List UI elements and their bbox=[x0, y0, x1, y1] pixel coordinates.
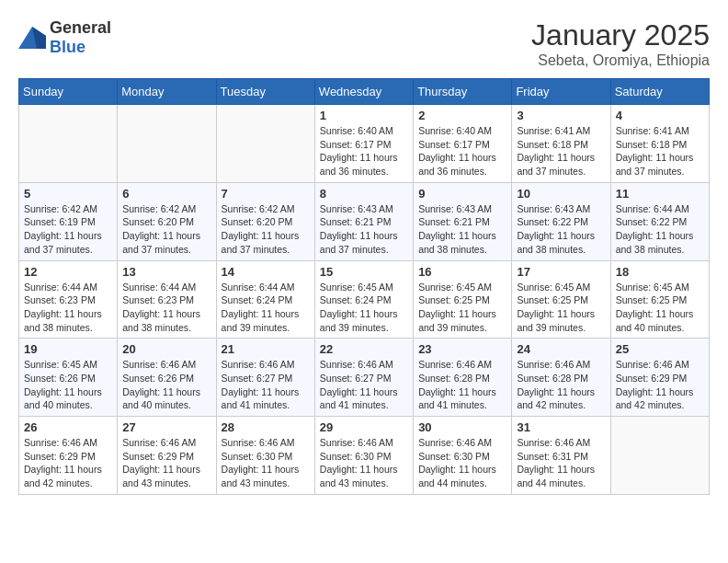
day-number: 11 bbox=[616, 187, 704, 201]
day-number: 31 bbox=[517, 420, 605, 434]
day-cell: 3Sunrise: 6:41 AM Sunset: 6:18 PM Daylig… bbox=[512, 105, 610, 183]
day-number: 5 bbox=[24, 187, 112, 201]
day-info: Sunrise: 6:45 AM Sunset: 6:25 PM Dayligh… bbox=[418, 281, 506, 335]
day-cell bbox=[118, 105, 216, 183]
day-cell: 15Sunrise: 6:45 AM Sunset: 6:24 PM Dayli… bbox=[314, 260, 413, 339]
day-info: Sunrise: 6:45 AM Sunset: 6:26 PM Dayligh… bbox=[24, 358, 112, 412]
day-info: Sunrise: 6:44 AM Sunset: 6:22 PM Dayligh… bbox=[616, 202, 704, 257]
day-cell: 30Sunrise: 6:46 AM Sunset: 6:30 PM Dayli… bbox=[414, 417, 512, 495]
day-number: 25 bbox=[616, 342, 704, 356]
day-cell: 18Sunrise: 6:45 AM Sunset: 6:25 PM Dayli… bbox=[610, 260, 709, 339]
weekday-header-monday: Monday bbox=[118, 79, 216, 105]
day-number: 19 bbox=[24, 342, 112, 356]
day-info: Sunrise: 6:44 AM Sunset: 6:23 PM Dayligh… bbox=[122, 281, 210, 335]
day-cell: 1Sunrise: 6:40 AM Sunset: 6:17 PM Daylig… bbox=[314, 105, 413, 183]
day-info: Sunrise: 6:46 AM Sunset: 6:27 PM Dayligh… bbox=[222, 358, 310, 412]
day-info: Sunrise: 6:46 AM Sunset: 6:31 PM Dayligh… bbox=[517, 436, 605, 490]
day-cell: 13Sunrise: 6:44 AM Sunset: 6:23 PM Dayli… bbox=[118, 260, 216, 339]
weekday-header-tuesday: Tuesday bbox=[216, 79, 314, 105]
day-cell: 22Sunrise: 6:46 AM Sunset: 6:27 PM Dayli… bbox=[314, 339, 413, 417]
day-number: 24 bbox=[517, 342, 605, 356]
day-cell: 4Sunrise: 6:41 AM Sunset: 6:18 PM Daylig… bbox=[610, 105, 709, 183]
day-info: Sunrise: 6:46 AM Sunset: 6:30 PM Dayligh… bbox=[222, 436, 310, 490]
weekday-header-wednesday: Wednesday bbox=[314, 79, 413, 105]
day-cell: 12Sunrise: 6:44 AM Sunset: 6:23 PM Dayli… bbox=[19, 260, 118, 339]
day-number: 29 bbox=[320, 420, 408, 434]
day-info: Sunrise: 6:42 AM Sunset: 6:20 PM Dayligh… bbox=[222, 202, 310, 257]
day-cell: 6Sunrise: 6:42 AM Sunset: 6:20 PM Daylig… bbox=[118, 182, 216, 260]
day-info: Sunrise: 6:45 AM Sunset: 6:24 PM Dayligh… bbox=[320, 281, 408, 335]
week-row-3: 12Sunrise: 6:44 AM Sunset: 6:23 PM Dayli… bbox=[19, 260, 710, 339]
day-cell: 17Sunrise: 6:45 AM Sunset: 6:25 PM Dayli… bbox=[512, 260, 610, 339]
week-row-4: 19Sunrise: 6:45 AM Sunset: 6:26 PM Dayli… bbox=[19, 339, 710, 417]
day-info: Sunrise: 6:40 AM Sunset: 6:17 PM Dayligh… bbox=[418, 124, 506, 178]
weekday-header-thursday: Thursday bbox=[414, 79, 512, 105]
logo-text-blue: Blue bbox=[50, 38, 85, 56]
day-number: 3 bbox=[517, 109, 605, 122]
week-row-1: 1Sunrise: 6:40 AM Sunset: 6:17 PM Daylig… bbox=[19, 105, 710, 183]
day-cell: 9Sunrise: 6:43 AM Sunset: 6:21 PM Daylig… bbox=[414, 182, 512, 260]
day-number: 23 bbox=[418, 342, 506, 356]
day-cell bbox=[610, 417, 709, 495]
weekday-header-friday: Friday bbox=[512, 79, 610, 105]
day-number: 22 bbox=[320, 342, 408, 356]
day-info: Sunrise: 6:41 AM Sunset: 6:18 PM Dayligh… bbox=[616, 124, 704, 178]
day-info: Sunrise: 6:46 AM Sunset: 6:30 PM Dayligh… bbox=[418, 436, 506, 490]
day-number: 7 bbox=[222, 187, 310, 201]
day-cell: 5Sunrise: 6:42 AM Sunset: 6:19 PM Daylig… bbox=[19, 182, 118, 260]
day-cell: 20Sunrise: 6:46 AM Sunset: 6:26 PM Dayli… bbox=[118, 339, 216, 417]
day-cell: 28Sunrise: 6:46 AM Sunset: 6:30 PM Dayli… bbox=[216, 417, 314, 495]
weekday-header-row: SundayMondayTuesdayWednesdayThursdayFrid… bbox=[19, 79, 710, 105]
day-info: Sunrise: 6:42 AM Sunset: 6:19 PM Dayligh… bbox=[24, 202, 112, 257]
logo: General Blue bbox=[18, 18, 111, 57]
day-number: 30 bbox=[418, 420, 506, 434]
calendar-table: SundayMondayTuesdayWednesdayThursdayFrid… bbox=[18, 78, 710, 495]
day-number: 28 bbox=[222, 420, 310, 434]
day-info: Sunrise: 6:46 AM Sunset: 6:26 PM Dayligh… bbox=[122, 358, 210, 412]
weekday-header-sunday: Sunday bbox=[19, 79, 118, 105]
day-cell: 10Sunrise: 6:43 AM Sunset: 6:22 PM Dayli… bbox=[512, 182, 610, 260]
day-info: Sunrise: 6:46 AM Sunset: 6:29 PM Dayligh… bbox=[24, 436, 112, 490]
day-info: Sunrise: 6:46 AM Sunset: 6:27 PM Dayligh… bbox=[320, 358, 408, 412]
day-number: 8 bbox=[320, 187, 408, 201]
day-cell: 31Sunrise: 6:46 AM Sunset: 6:31 PM Dayli… bbox=[512, 417, 610, 495]
day-cell: 11Sunrise: 6:44 AM Sunset: 6:22 PM Dayli… bbox=[610, 182, 709, 260]
day-number: 4 bbox=[616, 109, 704, 122]
day-number: 26 bbox=[24, 420, 112, 434]
day-cell: 23Sunrise: 6:46 AM Sunset: 6:28 PM Dayli… bbox=[414, 339, 512, 417]
day-info: Sunrise: 6:42 AM Sunset: 6:20 PM Dayligh… bbox=[122, 202, 210, 257]
day-info: Sunrise: 6:46 AM Sunset: 6:28 PM Dayligh… bbox=[418, 358, 506, 412]
day-info: Sunrise: 6:43 AM Sunset: 6:21 PM Dayligh… bbox=[320, 202, 408, 257]
day-cell bbox=[19, 105, 118, 183]
day-info: Sunrise: 6:46 AM Sunset: 6:29 PM Dayligh… bbox=[122, 436, 210, 490]
day-info: Sunrise: 6:44 AM Sunset: 6:24 PM Dayligh… bbox=[222, 281, 310, 335]
day-cell: 2Sunrise: 6:40 AM Sunset: 6:17 PM Daylig… bbox=[414, 105, 512, 183]
day-cell: 26Sunrise: 6:46 AM Sunset: 6:29 PM Dayli… bbox=[19, 417, 118, 495]
day-info: Sunrise: 6:45 AM Sunset: 6:25 PM Dayligh… bbox=[616, 281, 704, 335]
day-cell: 24Sunrise: 6:46 AM Sunset: 6:28 PM Dayli… bbox=[512, 339, 610, 417]
day-info: Sunrise: 6:46 AM Sunset: 6:29 PM Dayligh… bbox=[616, 358, 704, 412]
day-info: Sunrise: 6:45 AM Sunset: 6:25 PM Dayligh… bbox=[517, 281, 605, 335]
day-number: 12 bbox=[24, 265, 112, 279]
day-cell: 16Sunrise: 6:45 AM Sunset: 6:25 PM Dayli… bbox=[414, 260, 512, 339]
day-cell: 19Sunrise: 6:45 AM Sunset: 6:26 PM Dayli… bbox=[19, 339, 118, 417]
week-row-5: 26Sunrise: 6:46 AM Sunset: 6:29 PM Dayli… bbox=[19, 417, 710, 495]
logo-icon bbox=[18, 27, 46, 49]
day-number: 18 bbox=[616, 265, 704, 279]
day-cell: 29Sunrise: 6:46 AM Sunset: 6:30 PM Dayli… bbox=[314, 417, 413, 495]
day-number: 13 bbox=[122, 265, 210, 279]
day-number: 14 bbox=[222, 265, 310, 279]
calendar-subtitle: Sebeta, Oromiya, Ethiopia bbox=[531, 52, 710, 69]
day-number: 16 bbox=[418, 265, 506, 279]
day-info: Sunrise: 6:46 AM Sunset: 6:28 PM Dayligh… bbox=[517, 358, 605, 412]
day-number: 6 bbox=[122, 187, 210, 201]
day-info: Sunrise: 6:43 AM Sunset: 6:21 PM Dayligh… bbox=[418, 202, 506, 257]
day-number: 1 bbox=[320, 109, 408, 122]
day-number: 10 bbox=[517, 187, 605, 201]
title-section: January 2025 Sebeta, Oromiya, Ethiopia bbox=[531, 18, 710, 69]
day-cell: 7Sunrise: 6:42 AM Sunset: 6:20 PM Daylig… bbox=[216, 182, 314, 260]
day-number: 20 bbox=[122, 342, 210, 356]
day-number: 2 bbox=[418, 109, 506, 122]
week-row-2: 5Sunrise: 6:42 AM Sunset: 6:19 PM Daylig… bbox=[19, 182, 710, 260]
day-info: Sunrise: 6:41 AM Sunset: 6:18 PM Dayligh… bbox=[517, 124, 605, 178]
